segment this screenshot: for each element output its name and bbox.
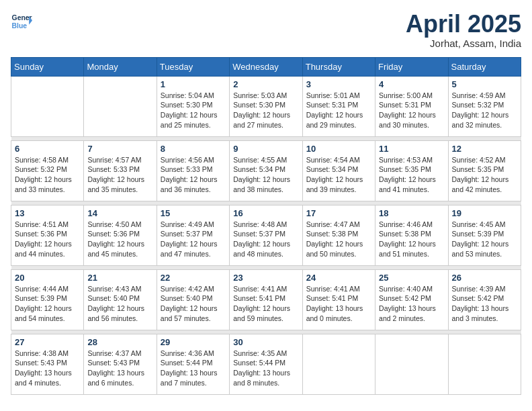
day-number: 9 [233,144,298,154]
day-info: Sunrise: 4:45 AM Sunset: 5:39 PM Dayligh… [452,220,517,259]
week-row: 27Sunrise: 4:38 AM Sunset: 5:43 PM Dayli… [11,334,521,394]
day-info: Sunrise: 5:03 AM Sunset: 5:30 PM Dayligh… [233,91,298,130]
day-number: 23 [233,273,298,283]
day-info: Sunrise: 4:41 AM Sunset: 5:41 PM Dayligh… [306,284,371,324]
week-row: 6Sunrise: 4:58 AM Sunset: 5:32 PM Daylig… [11,140,521,201]
day-number: 14 [87,208,152,218]
day-of-week-header: Wednesday [230,57,302,76]
day-of-week-header: Thursday [302,57,375,76]
calendar-cell: 21Sunrise: 4:43 AM Sunset: 5:40 PM Dayli… [84,269,157,330]
calendar-cell: 14Sunrise: 4:50 AM Sunset: 5:36 PM Dayli… [84,205,157,265]
calendar-cell [11,76,84,136]
day-info: Sunrise: 4:43 AM Sunset: 5:40 PM Dayligh… [87,284,152,324]
day-number: 7 [87,144,152,154]
day-info: Sunrise: 4:46 AM Sunset: 5:38 PM Dayligh… [379,220,444,259]
day-info: Sunrise: 4:53 AM Sunset: 5:35 PM Dayligh… [379,155,444,195]
calendar-cell: 6Sunrise: 4:58 AM Sunset: 5:32 PM Daylig… [11,140,84,201]
title-block: April 2025 Jorhat, Assam, India [406,11,521,49]
calendar-cell: 16Sunrise: 4:48 AM Sunset: 5:37 PM Dayli… [230,205,302,265]
day-of-week-header: Sunday [11,57,84,76]
day-of-week-header: Tuesday [157,57,229,76]
day-info: Sunrise: 4:56 AM Sunset: 5:33 PM Dayligh… [161,155,226,195]
day-info: Sunrise: 4:58 AM Sunset: 5:32 PM Dayligh… [15,155,80,195]
calendar-cell: 3Sunrise: 5:01 AM Sunset: 5:31 PM Daylig… [302,76,375,136]
calendar-cell: 12Sunrise: 4:52 AM Sunset: 5:35 PM Dayli… [448,140,521,201]
calendar-cell: 25Sunrise: 4:40 AM Sunset: 5:42 PM Dayli… [375,269,448,330]
week-row: 1Sunrise: 5:04 AM Sunset: 5:30 PM Daylig… [11,76,521,136]
day-number: 5 [452,79,517,89]
calendar-cell: 28Sunrise: 4:37 AM Sunset: 5:43 PM Dayli… [84,334,157,394]
day-number: 16 [233,208,298,218]
calendar-cell: 22Sunrise: 4:42 AM Sunset: 5:40 PM Dayli… [157,269,229,330]
calendar-cell: 10Sunrise: 4:54 AM Sunset: 5:34 PM Dayli… [302,140,375,201]
page-header: General Blue April 2025 Jorhat, Assam, I… [11,11,521,49]
day-info: Sunrise: 5:00 AM Sunset: 5:31 PM Dayligh… [379,91,444,130]
calendar-cell: 27Sunrise: 4:38 AM Sunset: 5:43 PM Dayli… [11,334,84,394]
day-number: 15 [161,208,226,218]
calendar-cell: 23Sunrise: 4:41 AM Sunset: 5:41 PM Dayli… [230,269,302,330]
day-info: Sunrise: 4:42 AM Sunset: 5:40 PM Dayligh… [161,284,226,324]
location: Jorhat, Assam, India [406,38,521,49]
day-number: 30 [233,337,298,347]
day-info: Sunrise: 4:54 AM Sunset: 5:34 PM Dayligh… [306,155,371,195]
day-info: Sunrise: 4:35 AM Sunset: 5:44 PM Dayligh… [233,349,298,388]
day-number: 2 [233,79,298,89]
calendar-cell: 7Sunrise: 4:57 AM Sunset: 5:33 PM Daylig… [84,140,157,201]
calendar-cell: 15Sunrise: 4:49 AM Sunset: 5:37 PM Dayli… [157,205,229,265]
day-number: 4 [379,79,444,89]
calendar-cell: 2Sunrise: 5:03 AM Sunset: 5:30 PM Daylig… [230,76,302,136]
day-info: Sunrise: 4:51 AM Sunset: 5:36 PM Dayligh… [15,220,80,259]
calendar-cell: 9Sunrise: 4:55 AM Sunset: 5:34 PM Daylig… [230,140,302,201]
week-row: 13Sunrise: 4:51 AM Sunset: 5:36 PM Dayli… [11,205,521,265]
day-number: 26 [452,273,517,283]
day-number: 17 [306,208,371,218]
day-number: 25 [379,273,444,283]
day-number: 6 [15,144,80,154]
calendar-cell: 30Sunrise: 4:35 AM Sunset: 5:44 PM Dayli… [230,334,302,394]
calendar-cell: 24Sunrise: 4:41 AM Sunset: 5:41 PM Dayli… [302,269,375,330]
calendar-cell: 11Sunrise: 4:53 AM Sunset: 5:35 PM Dayli… [375,140,448,201]
day-number: 1 [161,79,226,89]
day-info: Sunrise: 4:38 AM Sunset: 5:43 PM Dayligh… [15,349,80,388]
day-number: 28 [87,337,152,347]
calendar-cell: 1Sunrise: 5:04 AM Sunset: 5:30 PM Daylig… [157,76,229,136]
day-info: Sunrise: 4:44 AM Sunset: 5:39 PM Dayligh… [15,284,80,324]
calendar-cell: 19Sunrise: 4:45 AM Sunset: 5:39 PM Dayli… [448,205,521,265]
day-info: Sunrise: 4:39 AM Sunset: 5:42 PM Dayligh… [452,284,517,324]
day-number: 21 [87,273,152,283]
calendar-cell: 5Sunrise: 4:59 AM Sunset: 5:32 PM Daylig… [448,76,521,136]
day-of-week-header: Monday [84,57,157,76]
calendar-header-row: SundayMondayTuesdayWednesdayThursdayFrid… [11,57,521,76]
logo-icon: General Blue [11,11,32,32]
day-info: Sunrise: 4:52 AM Sunset: 5:35 PM Dayligh… [452,155,517,195]
day-number: 12 [452,144,517,154]
day-number: 24 [306,273,371,283]
day-number: 8 [161,144,226,154]
calendar-cell: 18Sunrise: 4:46 AM Sunset: 5:38 PM Dayli… [375,205,448,265]
day-info: Sunrise: 4:47 AM Sunset: 5:38 PM Dayligh… [306,220,371,259]
calendar-cell: 13Sunrise: 4:51 AM Sunset: 5:36 PM Dayli… [11,205,84,265]
day-number: 19 [452,208,517,218]
day-number: 3 [306,79,371,89]
day-info: Sunrise: 4:59 AM Sunset: 5:32 PM Dayligh… [452,91,517,130]
day-info: Sunrise: 4:50 AM Sunset: 5:36 PM Dayligh… [87,220,152,259]
calendar-cell [84,76,157,136]
calendar-cell [448,334,521,394]
day-info: Sunrise: 4:48 AM Sunset: 5:37 PM Dayligh… [233,220,298,259]
svg-text:Blue: Blue [12,22,28,30]
day-number: 11 [379,144,444,154]
day-info: Sunrise: 4:40 AM Sunset: 5:42 PM Dayligh… [379,284,444,324]
day-info: Sunrise: 4:57 AM Sunset: 5:33 PM Dayligh… [87,155,152,195]
day-info: Sunrise: 4:49 AM Sunset: 5:37 PM Dayligh… [161,220,226,259]
day-of-week-header: Saturday [448,57,521,76]
logo: General Blue [11,11,32,32]
calendar-cell: 8Sunrise: 4:56 AM Sunset: 5:33 PM Daylig… [157,140,229,201]
calendar-cell: 4Sunrise: 5:00 AM Sunset: 5:31 PM Daylig… [375,76,448,136]
calendar-cell: 29Sunrise: 4:36 AM Sunset: 5:44 PM Dayli… [157,334,229,394]
day-of-week-header: Friday [375,57,448,76]
calendar-cell [302,334,375,394]
day-number: 29 [161,337,226,347]
day-number: 27 [15,337,80,347]
day-info: Sunrise: 5:04 AM Sunset: 5:30 PM Dayligh… [161,91,226,130]
calendar-table: SundayMondayTuesdayWednesdayThursdayFrid… [11,57,521,395]
